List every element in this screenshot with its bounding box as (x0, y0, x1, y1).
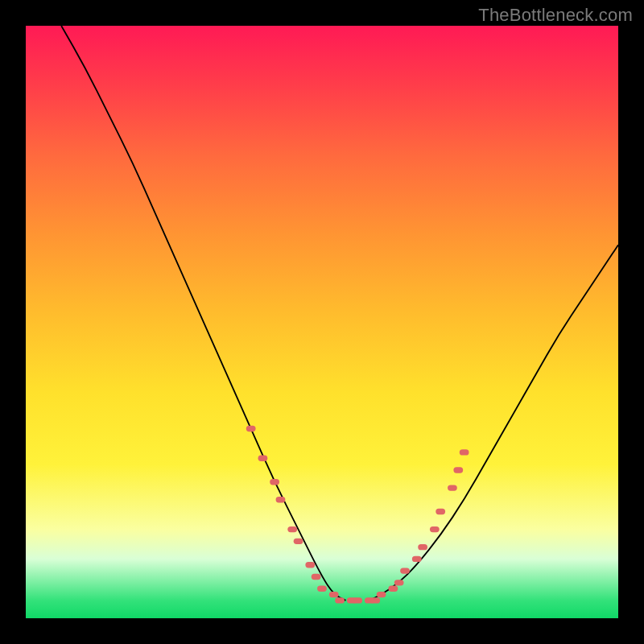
marker-dot (370, 597, 380, 603)
marker-dot (294, 539, 303, 544)
series-right-curve (369, 245, 618, 601)
marker-dot (312, 574, 321, 580)
marker-dot (460, 449, 469, 455)
marker-dot (276, 497, 286, 502)
watermark-label: TheBottleneck.com (478, 5, 633, 26)
marker-dot (388, 586, 398, 592)
marker-dot (317, 586, 327, 592)
chart-frame: TheBottleneck.com (0, 0, 644, 644)
marker-dot (329, 592, 339, 597)
marker-dot (453, 467, 463, 473)
marker-dot (412, 556, 422, 562)
right-curve-path (369, 245, 618, 601)
marker-dot (377, 592, 386, 597)
marker-dot (418, 544, 427, 550)
marker-dot (246, 426, 256, 431)
marker-dot (287, 526, 297, 532)
marker-dot (436, 509, 445, 514)
marker-dot (353, 597, 362, 603)
marker-dot (448, 485, 457, 490)
marker-dot (270, 479, 279, 485)
marker-dot (400, 568, 410, 573)
marker-dot (430, 526, 440, 532)
marker-dot (305, 562, 315, 568)
left-curve-path (61, 26, 345, 601)
plot-area (26, 26, 618, 618)
marker-dot (335, 597, 345, 603)
marker-dot (258, 456, 268, 461)
marker-dot (394, 580, 404, 585)
series-left-curve (61, 26, 345, 601)
marker-group (246, 426, 469, 604)
chart-svg (26, 26, 618, 618)
